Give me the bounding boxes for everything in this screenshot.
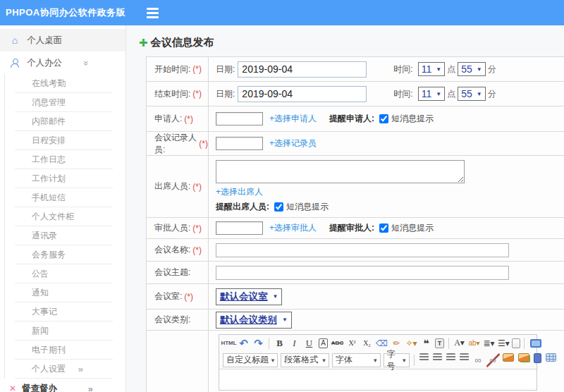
applicant-input[interactable]	[216, 112, 263, 125]
align-center-button[interactable]	[433, 353, 442, 361]
start-hour-select[interactable]: 11▼	[418, 62, 445, 76]
checkbox-label: 短消息提示	[391, 113, 434, 125]
topbar: PHPOA协同办公软件政务版	[0, 0, 564, 25]
sidebar-subitem[interactable]: 通讯录	[5, 226, 125, 245]
sidebar-item-personal-settings[interactable]: 个人设置 »	[5, 360, 125, 379]
video-button[interactable]	[534, 353, 541, 363]
sidebar-item-label: 个人办公	[27, 57, 62, 69]
sidebar-subitem[interactable]: 大事记	[5, 302, 125, 321]
sidebar-item-personal-office[interactable]: 个人办公 »	[0, 51, 125, 74]
end-minute-select[interactable]: 55▼	[458, 87, 486, 101]
menu-toggle-icon[interactable]	[147, 8, 159, 18]
meeting-name-input[interactable]	[216, 243, 509, 257]
required-mark: (*)	[192, 223, 202, 233]
meeting-content-row: HTML↶↷BIUAABCX²X₂⌫✏✧▾❝TA▾ab▾≣▾☰▾ 自定义标题▾段…	[147, 331, 564, 392]
sidebar-subitem[interactable]: 会务服务	[5, 245, 125, 264]
format-painter-icon[interactable]: ✧▾	[405, 336, 418, 350]
fullscreen-button[interactable]	[530, 339, 541, 348]
custom-title-select[interactable]: 自定义标题▾	[223, 353, 278, 367]
html-source-button[interactable]: HTML	[222, 336, 235, 350]
select-approver-link[interactable]: +选择审批人	[269, 222, 317, 234]
editor-toolbar-row1: HTML↶↷BIUAABCX²X₂⌫✏✧▾❝TA▾ab▾≣▾☰▾	[219, 335, 537, 352]
sidebar-subitem[interactable]: 日程安排	[5, 131, 125, 150]
meeting-subject-input[interactable]	[216, 266, 509, 280]
sidebar-subitem[interactable]: 在线考勤	[5, 74, 125, 93]
dropdown-arrow-icon: ▾	[374, 357, 377, 364]
meeting-category-row: 会议类别: 默认会议类别▼	[147, 310, 564, 331]
sidebar-item-supervision[interactable]: ✕ 督查督办 »	[0, 379, 125, 392]
required-mark: (*)	[192, 64, 202, 74]
meeting-room-select[interactable]: 默认会议室▼	[216, 288, 282, 305]
redo-icon[interactable]: ↷	[252, 336, 265, 350]
image-button[interactable]	[503, 353, 514, 362]
paste-text-icon[interactable]: T	[435, 338, 444, 348]
sms-remind-checkbox[interactable]	[379, 223, 388, 233]
end-date-input[interactable]	[238, 86, 367, 102]
table-button[interactable]	[546, 353, 556, 362]
subscript-button[interactable]: X₂	[360, 336, 374, 350]
approver-input[interactable]	[216, 221, 263, 235]
sidebar-subitem[interactable]: 内部邮件	[5, 112, 125, 131]
sms-remind-checkbox[interactable]	[274, 202, 283, 212]
sidebar-subitem[interactable]: 消息管理	[5, 93, 125, 112]
end-hour-select[interactable]: 11▼	[418, 87, 445, 101]
align-left-button[interactable]	[419, 353, 429, 361]
bold-button[interactable]: B	[273, 336, 286, 350]
required-mark: (*)	[192, 89, 202, 99]
sidebar-subitem[interactable]: 公告	[5, 264, 125, 283]
required-mark: (*)	[184, 114, 193, 124]
dropdown-arrow-icon: ▼	[436, 66, 441, 73]
sidebar-subitem[interactable]: 电子期刊	[5, 341, 125, 360]
undo-icon[interactable]: ↶	[237, 336, 250, 350]
sidebar: ⌂ 个人桌面 个人办公 » 在线考勤 消息管理 内部邮件 日程安排 工作日志 工…	[0, 25, 126, 392]
sidebar-subitem[interactable]: 通知	[5, 283, 125, 302]
select-applicant-link[interactable]: +选择申请人	[269, 113, 317, 125]
select-attendees-link[interactable]: +选择出席人	[216, 186, 263, 198]
field-label: 结束时间:	[154, 88, 190, 100]
meeting-category-select[interactable]: 默认会议类别▼	[216, 312, 292, 329]
unlink-button[interactable]: ∞	[486, 353, 500, 367]
add-icon: ✚	[139, 37, 148, 49]
link-button[interactable]: ∞	[472, 353, 485, 367]
start-date-input[interactable]	[238, 61, 367, 78]
font-border-button[interactable]: A	[319, 338, 328, 348]
meeting-subject-row: 会议主题:	[147, 262, 564, 284]
sidebar-item-personal-desktop[interactable]: ⌂ 个人桌面	[0, 29, 125, 51]
align-justify-button[interactable]	[460, 353, 469, 361]
superscript-button[interactable]: X²	[345, 336, 359, 350]
sidebar-subitem[interactable]: 工作计划	[5, 169, 125, 188]
sms-remind-checkbox[interactable]	[379, 114, 388, 123]
editor-content-area[interactable]	[219, 369, 537, 390]
select-recorder-link[interactable]: +选择记录员	[269, 137, 317, 149]
ordered-list-button[interactable]: ≣▾	[482, 336, 496, 350]
italic-button[interactable]: I	[288, 336, 301, 350]
recorder-input[interactable]	[216, 137, 263, 150]
required-mark: (*)	[192, 182, 202, 192]
hour-unit: 点	[447, 88, 455, 100]
font-color-button[interactable]: A▾	[453, 336, 466, 350]
date-label: 日期:	[216, 63, 235, 75]
sidebar-subitem[interactable]: 新闻	[5, 321, 125, 341]
field-label: 会议记录人员:	[154, 132, 197, 156]
blockquote-icon[interactable]: ❝	[419, 336, 433, 350]
new-page-button[interactable]	[512, 338, 520, 348]
unordered-list-button[interactable]: ☰▾	[497, 336, 510, 350]
attendees-textarea[interactable]	[216, 160, 465, 183]
align-right-button[interactable]	[446, 353, 455, 361]
strikethrough-button[interactable]: ABC	[331, 336, 344, 350]
highlight-button[interactable]: ab▾	[467, 336, 481, 350]
dropdown-arrow-icon: ▼	[477, 66, 482, 73]
sidebar-item-label: 个人桌面	[27, 35, 62, 47]
font-size-select[interactable]: 字号▾	[384, 353, 410, 367]
checkbox-label: 短消息提示	[391, 222, 434, 234]
sidebar-subitem[interactable]: 个人文件柜	[5, 207, 125, 226]
insert-image-button[interactable]	[518, 353, 529, 362]
sidebar-subitem[interactable]: 工作日志	[5, 150, 125, 169]
sidebar-subitem[interactable]: 手机短信	[5, 188, 125, 207]
font-family-select[interactable]: 字体▾	[332, 353, 381, 367]
separator	[524, 338, 525, 349]
start-minute-select[interactable]: 55▼	[458, 62, 486, 76]
paragraph-format-select[interactable]: 段落格式▾	[281, 353, 329, 367]
underline-button[interactable]: U	[302, 336, 316, 350]
approver-row: 审批人员:(*) +选择审批人 提醒审批人: 短消息提示	[147, 218, 564, 239]
